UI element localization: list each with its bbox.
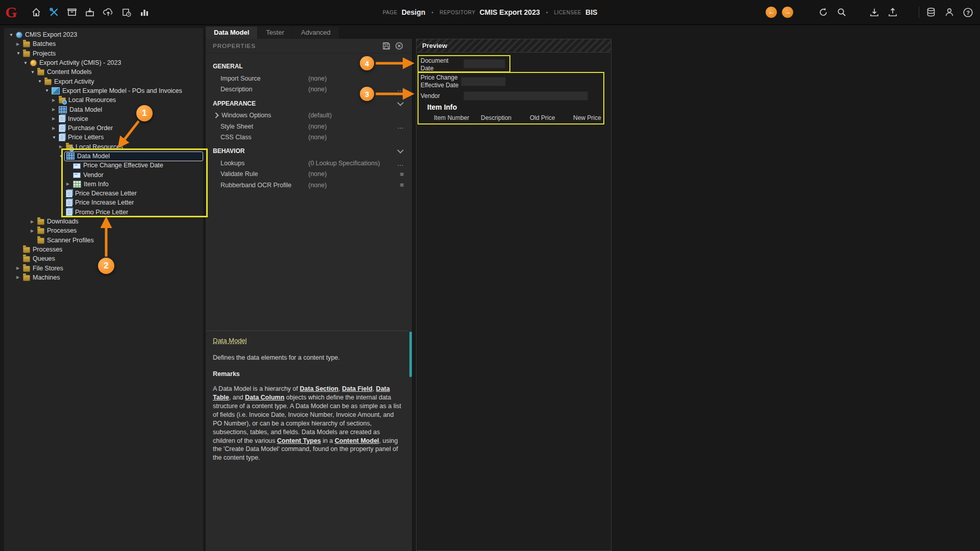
tree-item-price-decrease-letter[interactable]: Price Decrease Letter (4, 189, 203, 198)
tree-item-content-models[interactable]: ▼Content Models (4, 67, 203, 77)
tab-advanced[interactable]: Advanced (293, 27, 339, 39)
tree-expander-icon[interactable]: ▼ (23, 61, 30, 65)
property-section-general[interactable]: GENERAL (206, 60, 412, 73)
tree-item-machines[interactable]: ▶Machines (4, 273, 203, 282)
repository-value[interactable]: CMIS Export 2023 (479, 8, 540, 16)
property-row-windows-options[interactable]: Windows Options(default) (206, 110, 412, 121)
tree-item-invoice[interactable]: ▶Invoice (4, 114, 203, 123)
menu-icon[interactable]: ≡ (390, 170, 412, 178)
tree-expander-icon[interactable]: ▼ (31, 70, 37, 74)
tree-item-local-resources[interactable]: ▶Local Resources (4, 95, 203, 105)
help-button[interactable]: ? (961, 6, 975, 19)
tree-item-projects[interactable]: ▼Projects (4, 49, 203, 58)
vendor-input[interactable] (463, 91, 588, 101)
export-box-button[interactable] (83, 6, 96, 19)
help-link[interactable]: Data Section (300, 385, 338, 392)
tab-data-model[interactable]: Data Model (206, 27, 257, 39)
help-link[interactable]: Content Model (335, 437, 379, 444)
tree-item-scanner-profiles[interactable]: Scanner Profiles (4, 236, 203, 245)
tree-item-downloads[interactable]: ▶Downloads (4, 217, 203, 226)
save-properties-button[interactable] (382, 41, 391, 51)
property-section-appearance[interactable]: APPEARANCE (206, 97, 412, 110)
tree-expander-icon[interactable]: ▶ (16, 275, 23, 280)
property-row-css-class[interactable]: CSS Class(none) (206, 132, 412, 142)
stats-button[interactable] (138, 6, 151, 19)
expander-right-icon[interactable] (213, 113, 218, 118)
property-row-rubberband-ocr-profile[interactable]: Rubberband OCR Profile(none)≡ (206, 180, 412, 190)
property-value[interactable]: (default) (308, 112, 412, 119)
ellipsis-button[interactable]: … (390, 160, 412, 167)
tree-expander-icon[interactable]: ▶ (16, 266, 23, 270)
tree-expander-icon[interactable]: ▶ (52, 126, 59, 131)
menu-icon[interactable]: ≡ (390, 181, 412, 189)
document-date-input[interactable] (463, 59, 505, 68)
tree-item-cmis-export-2023[interactable]: ▼CMIS Export 2023 (4, 30, 203, 39)
refresh-button[interactable] (817, 6, 830, 19)
help-link[interactable]: Data Field (342, 385, 373, 392)
cancel-properties-button[interactable] (395, 41, 404, 51)
tree-item-export-example-model-pos-and-invoices[interactable]: ▼Export Example Model - POs and Invoices (4, 86, 203, 95)
forward-button[interactable]: → (782, 7, 793, 18)
tree-expander-icon[interactable]: ▶ (52, 116, 59, 121)
property-value[interactable]: (none) (308, 75, 412, 82)
ellipsis-button[interactable]: … (390, 122, 412, 130)
grooper-logo[interactable]: G (0, 4, 22, 21)
tree-item-price-change-effective-date[interactable]: Price Change Effective Date (4, 161, 203, 170)
download-button[interactable] (868, 6, 881, 19)
tree-expander-icon[interactable]: ▼ (45, 88, 52, 93)
property-value[interactable]: (none) (308, 182, 390, 189)
page-value[interactable]: Design (402, 8, 426, 16)
tree-expander-icon[interactable]: ▶ (16, 42, 23, 46)
tree-item-purchase-order[interactable]: ▶Purchase Order (4, 123, 203, 133)
search-button[interactable] (835, 6, 848, 19)
chevron-down-icon[interactable] (397, 147, 404, 154)
tree-expander-icon[interactable]: ▼ (9, 33, 16, 37)
tree-item-data-model[interactable]: ▼Data Model (4, 152, 203, 161)
tree-expander-icon[interactable]: ▶ (31, 219, 37, 224)
help-link[interactable]: Data Column (245, 394, 284, 401)
scrollbar-thumb[interactable] (409, 332, 412, 377)
tools-button[interactable] (47, 6, 61, 19)
tree-item-price-increase-letter[interactable]: Price Increase Letter (4, 198, 203, 207)
tree-item-data-model[interactable]: ▶Data Model (4, 105, 203, 114)
tree-item-vendor[interactable]: Vendor (4, 170, 203, 179)
tree-item-processes[interactable]: Processes (4, 245, 203, 254)
price-change-effective-date-input[interactable] (461, 77, 506, 86)
property-value[interactable]: (none) (308, 123, 390, 130)
tree-item-price-letters[interactable]: ▼Price Letters (4, 133, 203, 142)
tab-tester[interactable]: Tester (258, 27, 292, 39)
back-button[interactable]: ← (766, 7, 777, 18)
ellipsis-button[interactable]: … (390, 85, 412, 93)
home-button[interactable] (30, 6, 43, 19)
tree-expander-icon[interactable]: ▼ (16, 51, 23, 56)
schedule-box-button[interactable] (120, 6, 133, 19)
upload-button[interactable] (886, 6, 899, 19)
tree-expander-icon[interactable]: ▶ (52, 98, 59, 103)
property-section-behavior[interactable]: BEHAVIOR (206, 144, 412, 158)
tree-expander-icon[interactable]: ▶ (52, 107, 59, 112)
property-value[interactable]: (none) (308, 134, 412, 141)
tree-item-batches[interactable]: ▶Batches (4, 39, 203, 48)
help-title[interactable]: Data Model (213, 336, 247, 345)
tree-expander-icon[interactable]: ▶ (31, 229, 37, 233)
tree-item-promo-price-letter[interactable]: Promo Price Letter (4, 208, 203, 217)
tree-item-export-activity[interactable]: ▼Export Activity (4, 77, 203, 86)
tree-item-export-activity-cmis-2023[interactable]: ▼Export Activity (CMIS) - 2023 (4, 58, 203, 67)
property-value[interactable]: (none) (308, 170, 390, 178)
chevron-down-icon[interactable] (397, 99, 404, 106)
tree-expander-icon[interactable]: ▼ (38, 79, 44, 84)
tree-item-local-resources[interactable]: ▶Local Resources (4, 142, 203, 152)
tree-item-processes[interactable]: ▶Processes (4, 226, 203, 235)
archive-button[interactable] (65, 6, 79, 19)
property-value[interactable]: (0 Lookup Specifications) (308, 160, 390, 167)
cloud-upload-button[interactable] (101, 6, 115, 19)
user-button[interactable] (943, 6, 956, 19)
tree-expander-icon[interactable]: ▶ (59, 144, 66, 149)
property-row-lookups[interactable]: Lookups(0 Lookup Specifications)… (206, 158, 412, 168)
property-row-description[interactable]: Description(none)… (206, 84, 412, 94)
property-value[interactable]: (none) (308, 86, 390, 93)
property-row-validate-rule[interactable]: Validate Rule(none)≡ (206, 169, 412, 180)
property-row-import-source[interactable]: Import Source(none) (206, 73, 412, 84)
tree-expander-icon[interactable]: ▼ (52, 135, 59, 140)
help-link[interactable]: Content Types (277, 437, 321, 444)
